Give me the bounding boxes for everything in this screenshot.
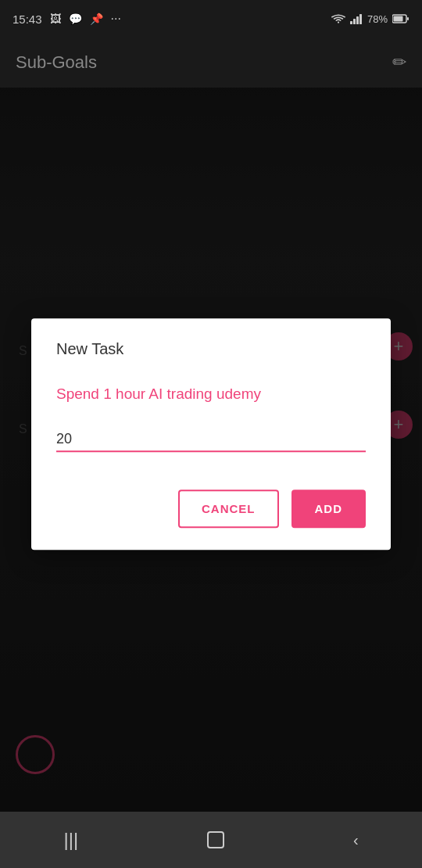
task-text: Spend 1 hour AI trading udemy [56, 383, 366, 406]
status-time: 15:43 [13, 13, 42, 26]
more-icon: ··· [111, 12, 121, 26]
status-icons-right: 78% [331, 13, 409, 25]
signal-icon [350, 13, 363, 24]
svg-rect-0 [350, 21, 352, 24]
svg-rect-6 [394, 16, 403, 22]
pinterest-icon: 📌 [90, 13, 103, 25]
edit-icon[interactable]: ✏ [392, 52, 406, 73]
battery-icon [392, 14, 409, 23]
dialog-buttons: CANCEL ADD [56, 490, 366, 528]
add-button[interactable]: ADD [291, 490, 367, 528]
input-container [56, 428, 366, 452]
wifi-icon [331, 13, 345, 24]
nav-bar: ||| ‹ [0, 812, 422, 868]
task-input[interactable] [56, 428, 366, 452]
image-icon: 🖼 [50, 13, 61, 25]
dialog-title: New Task [56, 340, 366, 358]
svg-rect-2 [356, 16, 359, 24]
nav-home-icon[interactable] [206, 830, 226, 850]
toolbar: Sub-Goals ✏ [0, 38, 422, 88]
nav-back-icon[interactable]: ‹ [353, 831, 359, 849]
cancel-button[interactable]: CANCEL [178, 490, 279, 528]
status-bar: 15:43 🖼 💬 📌 ··· 78% [0, 0, 422, 38]
svg-rect-5 [407, 17, 409, 20]
page-title: Sub-Goals [16, 52, 97, 73]
battery-percentage: 78% [367, 13, 388, 25]
svg-rect-1 [353, 19, 356, 24]
new-task-dialog: New Task Spend 1 hour AI trading udemy C… [31, 318, 391, 550]
svg-rect-3 [359, 14, 362, 24]
nav-recents-icon[interactable]: ||| [63, 829, 78, 851]
messenger-icon: 💬 [69, 13, 82, 25]
svg-rect-7 [208, 832, 224, 848]
